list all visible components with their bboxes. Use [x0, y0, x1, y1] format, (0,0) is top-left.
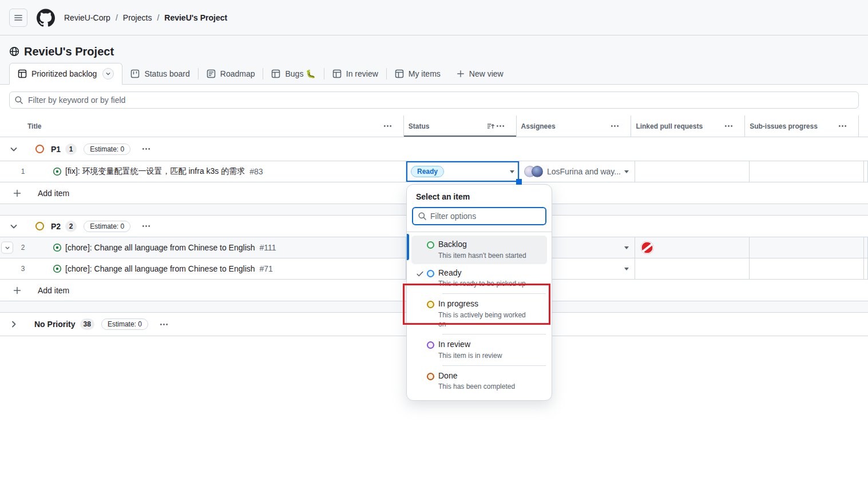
breadcrumb-separator: /	[116, 13, 118, 22]
group-count-badge: 1	[65, 144, 77, 155]
hamburger-menu-button[interactable]	[9, 9, 27, 27]
caret-down-icon[interactable]	[510, 170, 514, 173]
linked-column-menu-icon[interactable]	[724, 122, 740, 130]
subissues-column-menu-icon[interactable]	[838, 122, 854, 130]
status-column-menu-icon[interactable]	[496, 122, 512, 130]
option-label: In review	[438, 340, 502, 350]
group-header-p1[interactable]: P1 1 Estimate: 0	[0, 137, 868, 161]
option-in-progress[interactable]: In progress This is actively being worke…	[411, 295, 547, 333]
group-name: P2	[51, 222, 61, 231]
issue-title[interactable]: [chore]: Change all language from Chines…	[65, 243, 255, 252]
avatar	[532, 166, 543, 177]
assignees-column-menu-icon[interactable]	[611, 122, 626, 130]
group-menu-icon[interactable]	[160, 320, 168, 329]
tab-prioritized-backlog[interactable]: Prioritized backlog	[9, 63, 122, 85]
issue-number: #83	[249, 167, 263, 176]
option-backlog[interactable]: Backlog This item hasn't been started	[411, 236, 547, 264]
estimate-pill: Estimate: 0	[101, 318, 148, 330]
issue-title[interactable]: [fix]: 环境变量配置统一设置，匹配 infra k3s 的需求	[65, 166, 245, 177]
option-description: This is actively being worked on	[438, 310, 530, 329]
assignees-cell[interactable]: LosFurina and way...	[520, 161, 635, 182]
filter-input[interactable]	[28, 95, 854, 105]
plus-icon	[13, 286, 22, 295]
tab-label: Prioritized backlog	[31, 69, 97, 78]
group-menu-icon[interactable]	[142, 222, 150, 230]
hamburger-icon	[14, 13, 23, 22]
status-ready-icon	[427, 270, 434, 277]
option-ready[interactable]: Ready This is ready to be picked up	[411, 264, 547, 293]
option-label: Backlog	[438, 240, 526, 250]
issue-number: #111	[260, 243, 276, 252]
row-number: 3	[0, 265, 46, 273]
tab-bugs[interactable]: Bugs 🐛	[263, 63, 323, 84]
table-icon	[395, 69, 404, 78]
caret-down-icon[interactable]	[624, 246, 629, 249]
tab-in-review[interactable]: In review	[324, 63, 386, 84]
issue-title[interactable]: [chore]: Change all language from Chines…	[65, 264, 255, 273]
option-label: Ready	[438, 268, 526, 278]
option-description: This item hasn't been started	[438, 251, 526, 260]
breadcrumb-current[interactable]: RevieU's Project	[164, 13, 227, 22]
dropdown-filter-input[interactable]	[430, 212, 541, 221]
github-logo-icon[interactable]	[37, 9, 55, 27]
divider	[442, 365, 546, 366]
sub-issues-progress-cell[interactable]	[750, 258, 864, 279]
check-placeholder	[413, 240, 427, 241]
issue-number: #71	[260, 264, 273, 273]
new-view-button[interactable]: New view	[449, 63, 512, 84]
row-menu-button[interactable]	[1, 242, 13, 254]
group-count-badge: 38	[80, 318, 94, 330]
chevron-down-icon[interactable]	[9, 222, 18, 231]
open-issue-icon	[53, 167, 62, 176]
column-header-assignees[interactable]: Assignees	[517, 115, 632, 137]
column-header-status[interactable]: Status	[404, 115, 517, 137]
linked-pull-requests-cell[interactable]	[635, 161, 750, 182]
caret-down-icon[interactable]	[624, 268, 629, 270]
caret-down-icon[interactable]	[624, 170, 629, 173]
column-label: Linked pull requests	[636, 122, 703, 130]
status-badge: Ready	[411, 166, 444, 177]
table-icon	[332, 69, 342, 78]
blocked-red-slash-icon	[641, 241, 653, 254]
tab-my-items[interactable]: My items	[387, 63, 449, 84]
linked-pull-requests-cell[interactable]	[635, 258, 750, 279]
row-number: 1	[0, 168, 46, 176]
roadmap-icon	[207, 69, 216, 78]
chevron-down-icon[interactable]	[9, 145, 18, 154]
linked-pull-requests-cell[interactable]	[635, 237, 750, 258]
group-count-badge: 2	[65, 221, 77, 232]
status-cell-focused[interactable]: Ready	[406, 161, 520, 182]
option-description: This has been completed	[438, 382, 515, 391]
sub-issues-progress-cell[interactable]	[750, 161, 864, 182]
status-backlog-icon	[427, 241, 434, 249]
open-issue-icon	[53, 243, 62, 252]
breadcrumb-projects[interactable]: Projects	[123, 13, 152, 22]
globe-icon	[9, 46, 19, 57]
assignees-label: LosFurina and way...	[547, 167, 621, 176]
dropdown-options-list: Backlog This item hasn't been started Re…	[407, 232, 552, 397]
column-header-linked-pull-requests[interactable]: Linked pull requests	[631, 115, 745, 137]
tab-roadmap[interactable]: Roadmap	[199, 63, 263, 84]
project-header: RevieU's Project	[0, 35, 868, 63]
view-options-button[interactable]	[102, 68, 114, 79]
breadcrumb-org[interactable]: RevieU-Corp	[64, 13, 110, 22]
title-column-menu-icon[interactable]	[383, 122, 399, 130]
chevron-right-icon[interactable]	[9, 320, 18, 329]
table-row: 1 [fix]: 环境变量配置统一设置，匹配 infra k3s 的需求 #83…	[0, 161, 868, 182]
group-menu-icon[interactable]	[142, 145, 150, 153]
row-end-spacer	[864, 161, 868, 182]
assignee-avatars	[524, 166, 543, 177]
column-label: Assignees	[521, 122, 556, 130]
plus-icon	[457, 70, 465, 78]
option-in-review[interactable]: In review This item is in review	[411, 336, 547, 364]
title-cell[interactable]: 1 [fix]: 环境变量配置统一设置，匹配 infra k3s 的需求 #83	[0, 161, 406, 182]
option-done[interactable]: Done This has been completed	[411, 367, 547, 396]
option-description: This is ready to be picked up	[438, 279, 526, 288]
cell-fill-handle[interactable]	[516, 179, 522, 185]
tab-status-board[interactable]: Status board	[122, 63, 197, 84]
column-header-title[interactable]: Title	[0, 115, 404, 137]
sub-issues-progress-cell[interactable]	[750, 237, 864, 258]
title-cell[interactable]: 3 [chore]: Change all language from Chin…	[0, 258, 406, 279]
column-header-sub-issues-progress[interactable]: Sub-issues progress	[745, 115, 859, 137]
title-cell[interactable]: 2 [chore]: Change all language from Chin…	[0, 237, 406, 258]
